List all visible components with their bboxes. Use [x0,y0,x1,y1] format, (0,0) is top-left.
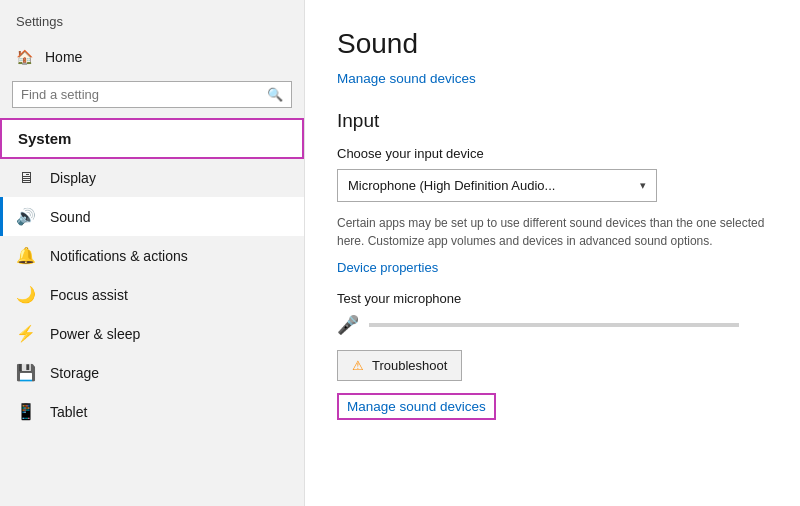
sidebar-item-system[interactable]: System [0,118,304,159]
mic-level-bar [369,323,739,327]
sidebar-item-power-label: Power & sleep [50,326,140,342]
settings-title: Settings [0,8,304,39]
system-label: System [18,130,71,147]
sound-icon: 🔊 [16,207,36,226]
notifications-icon: 🔔 [16,246,36,265]
sidebar-item-sound-label: Sound [50,209,90,225]
hint-text: Certain apps may be set up to use differ… [337,214,768,250]
sidebar-item-home[interactable]: 🏠 Home [0,39,304,75]
input-section-title: Input [337,110,768,132]
sidebar-item-storage-label: Storage [50,365,99,381]
power-icon: ⚡ [16,324,36,343]
main-content: Sound Manage sound devices Input Choose … [305,0,800,506]
sidebar-item-notifications[interactable]: 🔔 Notifications & actions [0,236,304,275]
dropdown-value: Microphone (High Definition Audio... [348,178,555,193]
sidebar-item-power[interactable]: ⚡ Power & sleep [0,314,304,353]
manage-sound-devices-top-link[interactable]: Manage sound devices [337,71,476,86]
manage-sound-devices-bottom-link[interactable]: Manage sound devices [337,393,496,420]
search-input[interactable] [21,87,267,102]
sidebar-item-notifications-label: Notifications & actions [50,248,188,264]
device-properties-link[interactable]: Device properties [337,260,438,275]
troubleshoot-button[interactable]: ⚠ Troubleshoot [337,350,462,381]
focus-icon: 🌙 [16,285,36,304]
troubleshoot-button-label: Troubleshoot [372,358,447,373]
sidebar-item-display[interactable]: 🖥 Display [0,159,304,197]
test-microphone-label: Test your microphone [337,291,768,306]
sidebar-item-focus-label: Focus assist [50,287,128,303]
storage-icon: 💾 [16,363,36,382]
mic-row: 🎤 [337,314,768,336]
search-icon[interactable]: 🔍 [267,87,283,102]
warning-icon: ⚠ [352,358,364,373]
display-icon: 🖥 [16,169,36,187]
microphone-icon: 🎤 [337,314,359,336]
sidebar-home-label: Home [45,49,82,65]
choose-device-label: Choose your input device [337,146,768,161]
home-icon: 🏠 [16,49,33,65]
sidebar-item-tablet[interactable]: 📱 Tablet [0,392,304,431]
sidebar-item-sound[interactable]: 🔊 Sound [0,197,304,236]
tablet-icon: 📱 [16,402,36,421]
page-title: Sound [337,28,768,60]
sidebar-item-storage[interactable]: 💾 Storage [0,353,304,392]
sidebar-item-focus[interactable]: 🌙 Focus assist [0,275,304,314]
input-device-dropdown[interactable]: Microphone (High Definition Audio... ▾ [337,169,657,202]
sidebar: Settings 🏠 Home 🔍 System 🖥 Display 🔊 Sou… [0,0,305,506]
sidebar-item-display-label: Display [50,170,96,186]
search-box[interactable]: 🔍 [12,81,292,108]
chevron-down-icon: ▾ [640,179,646,192]
sidebar-item-tablet-label: Tablet [50,404,87,420]
